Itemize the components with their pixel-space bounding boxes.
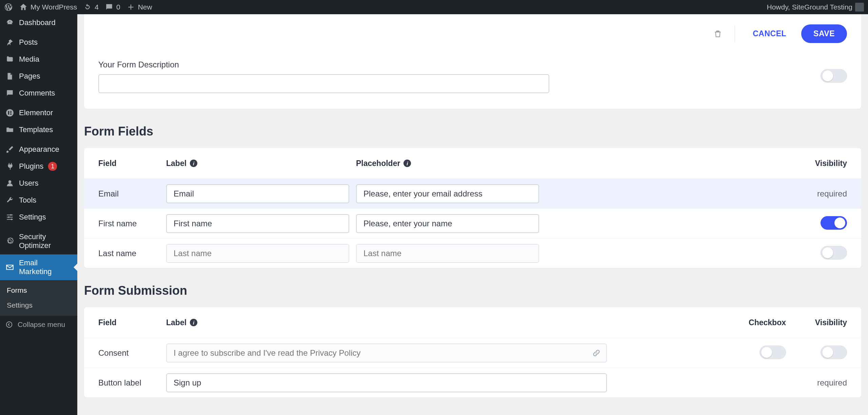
sliders-icon [5, 213, 14, 222]
sidebar-label: Elementor [19, 108, 53, 117]
new-link[interactable]: New [126, 3, 152, 12]
save-button[interactable]: SAVE [801, 24, 847, 43]
consent-visibility-toggle[interactable] [821, 346, 847, 359]
form-description-input[interactable] [98, 74, 549, 93]
howdy-link[interactable]: Howdy, SiteGround Testing [767, 3, 864, 12]
divider [735, 25, 735, 43]
plugins-badge: 1 [48, 162, 57, 171]
cancel-button[interactable]: CANCEL [745, 24, 794, 43]
field-placeholder-input[interactable] [356, 244, 539, 263]
field-visibility-toggle[interactable] [821, 246, 847, 260]
field-row-lastname: Last name [84, 238, 861, 268]
page-icon [5, 72, 14, 81]
comments-count: 0 [116, 3, 120, 11]
sidebar-item-comments[interactable]: Comments [0, 85, 77, 102]
field-visibility: required [786, 189, 847, 199]
howdy-text: Howdy, SiteGround Testing [767, 3, 852, 11]
new-label: New [138, 3, 152, 11]
form-fields-title: Form Fields [84, 124, 861, 139]
sidebar-item-tools[interactable]: Tools [0, 192, 77, 209]
th-checkbox: Checkbox [749, 318, 786, 327]
field-visibility-toggle[interactable] [821, 216, 847, 230]
sidebar-item-plugins[interactable]: Plugins 1 [0, 158, 77, 175]
form-submission-card: Field Label i Checkbox Visibility Consen… [84, 307, 861, 397]
comment-icon [5, 89, 14, 98]
field-placeholder-input[interactable] [356, 184, 539, 203]
collapse-menu[interactable]: Collapse menu [0, 315, 77, 333]
link-icon[interactable] [592, 349, 601, 357]
comments-link[interactable]: 0 [105, 3, 120, 12]
collapse-icon [5, 321, 13, 328]
sidebar-item-elementor[interactable]: Elementor [0, 104, 77, 121]
form-fields-card: Field Label i Placeholder i Visibility E… [84, 148, 861, 268]
info-icon[interactable]: i [190, 319, 197, 326]
field-label-input[interactable] [166, 184, 349, 203]
trash-icon [713, 29, 722, 38]
form-description-toggle[interactable] [821, 69, 847, 83]
form-submission-title: Form Submission [84, 284, 861, 298]
sidebar-label: Media [19, 55, 39, 64]
info-icon[interactable]: i [190, 160, 197, 167]
delete-form-button[interactable] [711, 27, 725, 41]
consent-label-input[interactable] [166, 344, 607, 362]
avatar [855, 3, 864, 12]
wp-logo[interactable] [4, 3, 13, 12]
sidebar-item-email-marketing[interactable]: Email Marketing [0, 254, 77, 280]
dashboard-icon [5, 18, 14, 27]
form-description-label: Your Form Description [98, 60, 807, 69]
sidebar-label: Tools [19, 196, 36, 205]
th-visibility: Visibility [815, 159, 847, 168]
submenu-settings[interactable]: Settings [0, 298, 77, 313]
sidebar-item-media[interactable]: Media [0, 51, 77, 68]
svg-rect-4 [10, 114, 12, 115]
site-name-link[interactable]: My WordPress [19, 3, 77, 12]
th-label: Label i [166, 318, 711, 327]
sidebar-label: Plugins [19, 162, 43, 171]
wrench-icon [5, 196, 14, 205]
field-label-input[interactable] [166, 214, 349, 233]
field-label-input[interactable] [166, 244, 349, 263]
collapse-label: Collapse menu [18, 320, 65, 329]
media-icon [5, 55, 14, 64]
svg-point-6 [10, 214, 12, 215]
sidebar-item-posts[interactable]: Posts [0, 34, 77, 51]
sidebar-label: Security Optimizer [19, 232, 72, 250]
sidebar-item-dashboard[interactable]: Dashboard [0, 14, 77, 31]
gear-icon [5, 237, 14, 246]
home-icon [19, 3, 28, 12]
svg-point-7 [8, 216, 9, 218]
sidebar-label: Appearance [19, 145, 59, 154]
brush-icon [5, 145, 14, 154]
info-icon[interactable]: i [403, 160, 411, 167]
submission-row-button: Button label required [84, 368, 861, 397]
sidebar-label: Settings [19, 213, 46, 222]
sidebar-item-templates[interactable]: Templates [0, 121, 77, 138]
sidebar-item-users[interactable]: Users [0, 175, 77, 192]
user-icon [5, 179, 14, 188]
sidebar-item-pages[interactable]: Pages [0, 68, 77, 85]
button-label-input[interactable] [166, 373, 607, 392]
sidebar-item-security-optimizer[interactable]: Security Optimizer [0, 228, 77, 254]
email-marketing-icon [5, 263, 14, 272]
svg-rect-3 [10, 112, 12, 113]
field-name: Last name [98, 249, 166, 258]
field-row-firstname: First name [84, 208, 861, 238]
field-placeholder-input[interactable] [356, 214, 539, 233]
field-name: Email [98, 189, 166, 199]
sidebar-label: Templates [19, 125, 53, 134]
comment-icon [105, 3, 114, 12]
sidebar-item-appearance[interactable]: Appearance [0, 141, 77, 158]
svg-point-5 [8, 180, 12, 183]
consent-checkbox-toggle[interactable] [760, 346, 786, 359]
sidebar-label: Posts [19, 38, 38, 47]
field-name: First name [98, 219, 166, 228]
th-visibility: Visibility [815, 318, 847, 327]
th-field: Field [98, 318, 166, 327]
field-visibility: required [786, 378, 847, 388]
th-placeholder: Placeholder i [356, 159, 786, 168]
field-name: Consent [98, 348, 166, 358]
sidebar-item-settings[interactable]: Settings [0, 209, 77, 226]
submenu-forms[interactable]: Forms [0, 283, 77, 298]
updates-link[interactable]: 4 [83, 3, 99, 12]
sidebar-label: Dashboard [19, 18, 56, 27]
